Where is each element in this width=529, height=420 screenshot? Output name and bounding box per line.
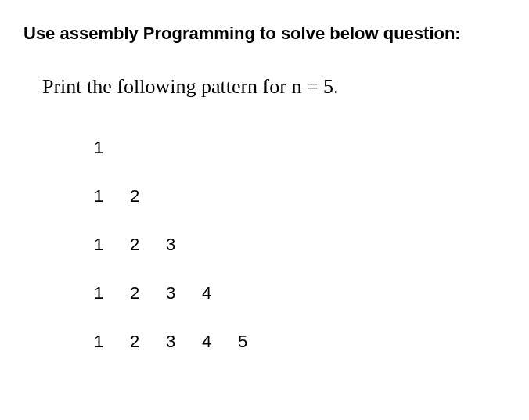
pattern-number: 1	[94, 235, 130, 255]
pattern-number: 5	[238, 332, 274, 352]
pattern-number: 1	[94, 186, 130, 206]
pattern-number: 3	[166, 235, 202, 255]
pattern-number: 2	[130, 186, 166, 206]
pattern-row: 1 2	[94, 186, 506, 206]
pattern-number: 3	[166, 283, 202, 303]
pattern-row: 1 2 3 4	[94, 283, 506, 303]
pattern-container: 1 1 2 1 2 3 1 2 3 4 1 2 3 4 5	[94, 138, 506, 352]
pattern-number: 4	[202, 332, 238, 352]
pattern-number: 3	[166, 332, 202, 352]
pattern-number: 1	[94, 283, 130, 303]
pattern-number: 4	[202, 283, 238, 303]
pattern-number: 2	[130, 283, 166, 303]
pattern-row: 1 2 3 4 5	[94, 332, 506, 352]
pattern-number: 2	[130, 235, 166, 255]
instruction-text: Print the following pattern for n = 5.	[42, 75, 506, 99]
pattern-row: 1 2 3	[94, 235, 506, 255]
question-title: Use assembly Programming to solve below …	[23, 23, 506, 44]
pattern-number: 1	[94, 332, 130, 352]
pattern-row: 1	[94, 138, 506, 158]
pattern-number: 1	[94, 138, 130, 158]
pattern-number: 2	[130, 332, 166, 352]
